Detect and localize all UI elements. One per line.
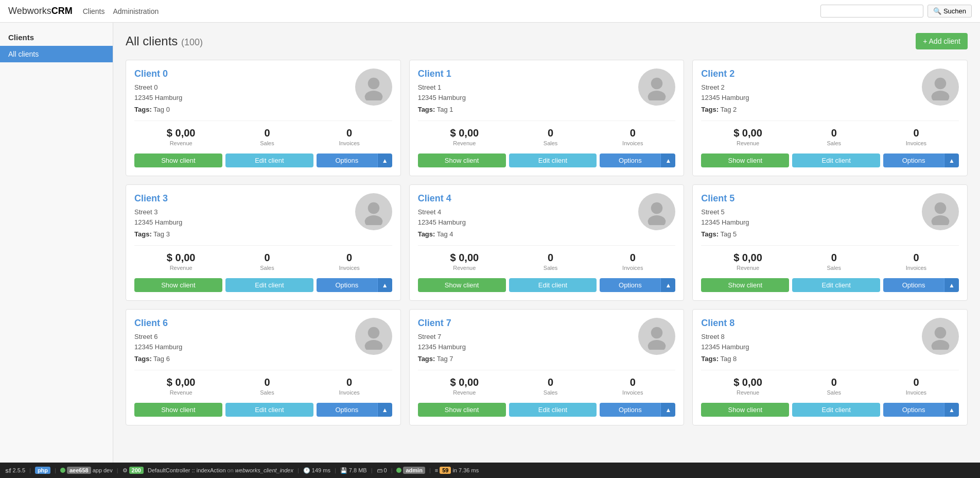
revenue-value: $ 0,00: [733, 377, 762, 388]
card-info: Client 0 Street 012345 Hamburg Tags: Tag…: [134, 69, 182, 113]
options-arrow-button[interactable]: ▲: [660, 153, 675, 167]
card-stats: $ 0,00 Revenue 0 Sales 0 Invoices: [134, 245, 392, 271]
http-code-badge: 200: [129, 467, 144, 474]
navbar-right: 🔍 Suchen: [820, 5, 972, 18]
revenue-value: $ 0,00: [450, 377, 479, 388]
show-client-button[interactable]: Show client: [701, 403, 789, 417]
invoices-value: 0: [906, 377, 926, 388]
options-arrow-button[interactable]: ▲: [944, 403, 959, 417]
card-info: Client 8 Street 812345 Hamburg Tags: Tag…: [701, 318, 749, 363]
user-dot: [396, 468, 401, 473]
card-actions: Show client Edit client Options ▲: [701, 153, 959, 167]
invoices-label: Invoices: [906, 389, 926, 396]
options-button[interactable]: Options: [317, 278, 377, 292]
db-icon: 🗃: [377, 467, 382, 473]
options-button[interactable]: Options: [317, 153, 377, 167]
sales-label: Sales: [827, 265, 842, 271]
options-arrow-button[interactable]: ▲: [377, 153, 392, 167]
sidebar-item-all-clients[interactable]: All clients: [0, 46, 113, 62]
stat-invoices: 0 Invoices: [339, 377, 359, 396]
client-name[interactable]: Client 8: [701, 318, 749, 329]
brand: WebworksCRM: [8, 6, 73, 16]
revenue-label: Revenue: [450, 140, 479, 146]
brand-webworks: Webworks: [8, 6, 51, 16]
show-client-button[interactable]: Show client: [701, 153, 789, 167]
search-input[interactable]: [820, 5, 923, 18]
navbar: WebworksCRM Clients Administration 🔍 Suc…: [0, 0, 980, 23]
client-name[interactable]: Client 7: [418, 318, 466, 329]
revenue-value: $ 0,00: [450, 252, 479, 264]
options-group: Options ▲: [600, 403, 675, 417]
edit-client-button[interactable]: Edit client: [225, 403, 313, 417]
card-actions: Show client Edit client Options ▲: [418, 403, 676, 417]
stat-revenue: $ 0,00 Revenue: [167, 377, 196, 396]
edit-client-button[interactable]: Edit client: [509, 153, 597, 167]
show-client-button[interactable]: Show client: [418, 153, 506, 167]
nav-administration[interactable]: Administration: [113, 7, 159, 15]
stat-invoices: 0 Invoices: [622, 252, 643, 271]
show-client-button[interactable]: Show client: [134, 403, 222, 417]
edit-client-button[interactable]: Edit client: [509, 278, 597, 292]
statusbar: sf 2.5.5 | php | aee658 app dev | ⚙ 200 …: [0, 463, 980, 478]
stat-revenue: $ 0,00 Revenue: [450, 127, 479, 146]
options-button[interactable]: Options: [600, 403, 660, 417]
options-arrow-button[interactable]: ▲: [944, 278, 959, 292]
page-count: (100): [181, 37, 203, 47]
show-client-button[interactable]: Show client: [701, 278, 789, 292]
sidebar-title: Clients: [0, 31, 113, 46]
options-button[interactable]: Options: [600, 278, 660, 292]
nav-clients[interactable]: Clients: [83, 7, 105, 15]
show-client-button[interactable]: Show client: [418, 278, 506, 292]
edit-client-button[interactable]: Edit client: [225, 153, 313, 167]
edit-client-button[interactable]: Edit client: [792, 153, 880, 167]
client-name[interactable]: Client 0: [134, 69, 182, 79]
card-top: Client 5 Street 512345 Hamburg Tags: Tag…: [701, 193, 959, 238]
client-name[interactable]: Client 3: [134, 193, 182, 204]
hash-badge: aee658: [67, 467, 91, 474]
card-top: Client 6 Street 612345 Hamburg Tags: Tag…: [134, 318, 392, 363]
client-name[interactable]: Client 6: [134, 318, 182, 329]
options-arrow-button[interactable]: ▲: [944, 153, 959, 167]
options-button[interactable]: Options: [883, 403, 944, 417]
card-stats: $ 0,00 Revenue 0 Sales 0 Invoices: [701, 245, 959, 271]
client-name[interactable]: Client 4: [418, 193, 466, 204]
options-button[interactable]: Options: [883, 153, 944, 167]
edit-client-button[interactable]: Edit client: [509, 403, 597, 417]
sf-version: 2.5.5: [13, 467, 25, 473]
client-name[interactable]: Client 1: [418, 69, 466, 79]
options-arrow-button[interactable]: ▲: [377, 278, 392, 292]
edit-client-button[interactable]: Edit client: [225, 278, 313, 292]
options-button[interactable]: Options: [317, 403, 377, 417]
card-info: Client 7 Street 712345 Hamburg Tags: Tag…: [418, 318, 466, 363]
svg-point-1: [364, 91, 382, 100]
svg-point-15: [648, 340, 666, 350]
stat-revenue: $ 0,00 Revenue: [450, 252, 479, 271]
stat-invoices: 0 Invoices: [906, 252, 926, 271]
options-button[interactable]: Options: [600, 153, 660, 167]
show-client-button[interactable]: Show client: [134, 278, 222, 292]
client-name[interactable]: Client 2: [701, 69, 749, 79]
options-arrow-button[interactable]: ▲: [660, 278, 675, 292]
options-arrow-button[interactable]: ▲: [660, 403, 675, 417]
sales-value: 0: [544, 252, 558, 264]
avatar: [355, 193, 392, 230]
client-name[interactable]: Client 5: [701, 193, 749, 204]
show-client-button[interactable]: Show client: [418, 403, 506, 417]
sales-label: Sales: [827, 140, 842, 146]
svg-point-16: [935, 327, 947, 339]
card-actions: Show client Edit client Options ▲: [134, 278, 392, 292]
revenue-label: Revenue: [733, 389, 762, 396]
sales-value: 0: [827, 377, 842, 388]
sales-value: 0: [827, 127, 842, 139]
add-client-button[interactable]: + Add client: [916, 33, 968, 49]
edit-client-button[interactable]: Edit client: [792, 278, 880, 292]
revenue-value: $ 0,00: [733, 127, 762, 139]
stat-revenue: $ 0,00 Revenue: [733, 127, 762, 146]
stat-invoices: 0 Invoices: [622, 127, 643, 146]
options-arrow-button[interactable]: ▲: [377, 403, 392, 417]
edit-client-button[interactable]: Edit client: [792, 403, 880, 417]
client-tags: Tags: Tag 0: [134, 106, 182, 113]
options-button[interactable]: Options: [883, 278, 944, 292]
show-client-button[interactable]: Show client: [134, 153, 222, 167]
search-button[interactable]: 🔍 Suchen: [927, 5, 972, 18]
